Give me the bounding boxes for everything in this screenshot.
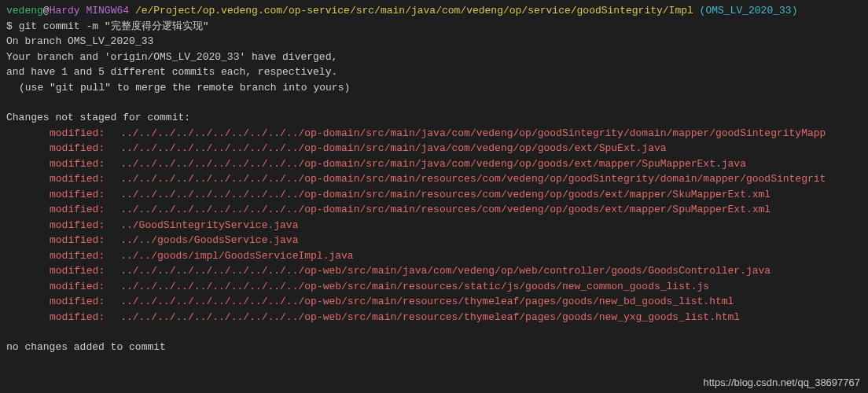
blank-line: [6, 95, 862, 110]
change-label: modified:: [6, 294, 105, 310]
change-path: ../../../../../../../../../../op-web/src…: [105, 311, 740, 323]
change-path: ../GoodSintegrityService.java: [105, 219, 298, 231]
change-path: ../../../../../../../../../../op-domain/…: [105, 127, 826, 139]
change-label: modified:: [6, 156, 105, 172]
change-row: modified:../../../../../../../../../../o…: [6, 294, 862, 310]
output-line: On branch OMS_LV_2020_33: [6, 34, 862, 50]
change-row: modified:../GoodSintegrityService.java: [6, 218, 862, 233]
prompt-branch: (OMS_LV_2020_33): [700, 5, 798, 17]
change-row: modified:../../../../../../../../../../o…: [6, 126, 862, 141]
change-path: ../../../../../../../../../../op-domain/…: [105, 158, 746, 170]
change-row: modified:../../../../../../../../../../o…: [6, 279, 862, 295]
change-row: modified:../../goods/impl/GoodsServiceIm…: [6, 248, 862, 264]
change-row: modified:../../../../../../../../../../o…: [6, 263, 862, 279]
change-path: ../../../../../../../../../../op-domain/…: [105, 204, 771, 215]
change-label: modified:: [6, 218, 105, 233]
watermark-text: https://blog.csdn.net/qq_38697767: [704, 375, 861, 391]
change-row: modified:../../../../../../../../../../o…: [6, 187, 862, 203]
change-row: modified:../../../../../../../../../../o…: [6, 171, 862, 187]
change-label: modified:: [6, 126, 105, 141]
prompt-at: @: [43, 5, 50, 17]
change-label: modified:: [6, 310, 105, 325]
blank-line: [6, 325, 862, 340]
changes-header: Changes not staged for commit:: [6, 110, 862, 126]
change-path: ../../../../../../../../../../op-domain/…: [105, 189, 771, 200]
change-label: modified:: [6, 171, 105, 187]
terminal-prompt: vedeng@Hardy MINGW64 /e/Project/op.veden…: [6, 3, 862, 19]
change-row: modified:../../goods/GoodsService.java: [6, 233, 862, 248]
change-path: ../../../../../../../../../../op-web/src…: [105, 281, 709, 292]
prompt-dollar: $: [6, 20, 13, 32]
prompt-user: vedeng: [6, 5, 43, 17]
change-label: modified:: [6, 248, 105, 264]
prompt-host: Hardy: [50, 5, 80, 17]
change-label: modified:: [6, 202, 105, 218]
output-line: Your branch and 'origin/OMS_LV_2020_33' …: [6, 50, 862, 65]
command-line[interactable]: $ git commit -m "完整度得分逻辑实现": [6, 19, 862, 35]
change-row: modified:../../../../../../../../../../o…: [6, 156, 862, 172]
change-row: modified:../../../../../../../../../../o…: [6, 202, 862, 218]
change-path: ../../../../../../../../../../op-domain/…: [105, 142, 666, 154]
prompt-tool: MINGW64: [86, 5, 129, 17]
change-row: modified:../../../../../../../../../../o…: [6, 141, 862, 156]
change-path: ../../goods/impl/GoodsServiceImpl.java: [105, 250, 353, 262]
change-label: modified:: [6, 187, 105, 203]
command-text: git commit -m "完整度得分逻辑实现": [19, 20, 209, 32]
change-label: modified:: [6, 263, 105, 279]
change-path: ../../../../../../../../../../op-web/src…: [105, 265, 771, 277]
output-line: no changes added to commit: [6, 340, 862, 355]
prompt-path: /e/Project/op.vedeng.com/op-service/src/…: [135, 5, 693, 17]
output-line: and have 1 and 5 different commits each,…: [6, 64, 862, 80]
change-path: ../../../../../../../../../../op-web/src…: [105, 296, 734, 307]
change-label: modified:: [6, 233, 105, 248]
change-label: modified:: [6, 141, 105, 156]
output-line: (use "git pull" to merge the remote bran…: [6, 80, 862, 96]
change-row: modified:../../../../../../../../../../o…: [6, 310, 862, 325]
change-path: ../../../../../../../../../../op-domain/…: [105, 173, 826, 185]
change-label: modified:: [6, 279, 105, 295]
change-path: ../../goods/GoodsService.java: [105, 234, 298, 246]
